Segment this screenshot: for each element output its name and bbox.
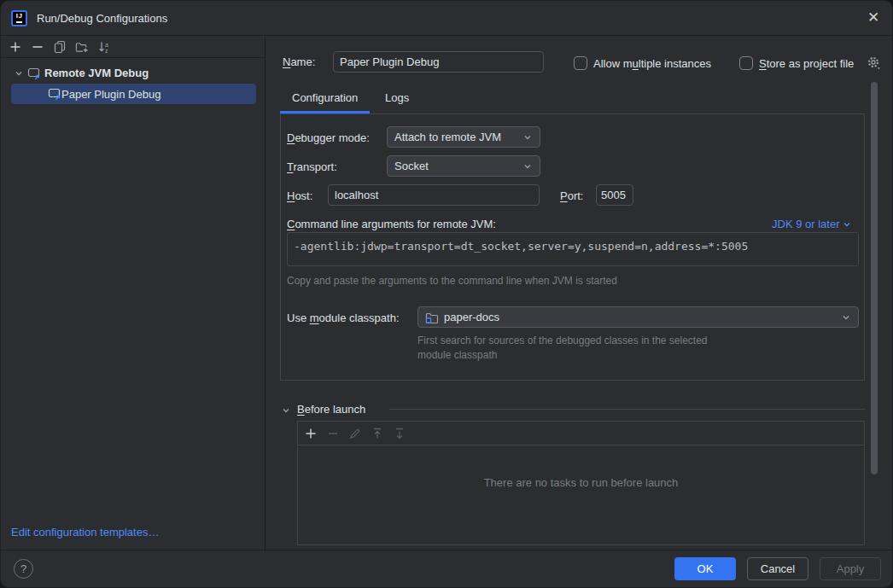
close-icon[interactable]: ✕ [863,8,884,28]
apply-button: Apply [820,557,881,580]
port-input[interactable] [596,184,633,206]
host-label: Host: [287,189,312,202]
store-as-project-file-label: Store as project file [759,57,854,70]
chevron-down-icon [841,312,851,323]
tree-item-paper-plugin-debug[interactable]: Paper Plugin Debug [11,84,256,104]
host-input[interactable] [328,184,540,206]
before-launch-label[interactable]: Before launch [297,403,365,416]
run-debug-configurations-dialog: IJ Run/Debug Configurations ✕ az [0,0,893,588]
store-options-gear-icon[interactable] [866,55,881,70]
debugger-mode-select[interactable]: Attach to remote JVM [387,126,540,148]
svg-text:z: z [105,48,108,54]
dialog-title: Run/Debug Configurations [37,12,167,25]
before-launch-empty-text: There are no tasks to run before launch [298,476,864,489]
before-launch-separator [389,409,865,410]
tab-configuration[interactable]: Configuration [280,84,370,114]
allow-multiple-instances-checkbox[interactable] [574,56,587,70]
store-as-project-file-checkbox[interactable] [739,56,753,70]
configurations-sidebar: az Remote JVM Debug Paper Plugin Debug E… [1,37,266,551]
command-line-hint: Copy and paste the arguments to the comm… [287,275,617,287]
module-icon [425,311,439,324]
allow-multiple-instances-row: Allow multiple instances [574,55,711,71]
module-classpath-hint-line1: First search for sources of the debugged… [417,335,708,346]
configurations-tree: Remote JVM Debug Paper Plugin Debug [1,58,265,104]
help-button[interactable]: ? [14,559,33,579]
chevron-down-icon [522,161,533,172]
sort-alphabetically-icon[interactable]: az [97,40,111,54]
move-up-icon[interactable] [371,427,384,440]
sidebar-toolbar: az [1,37,265,58]
transport-select[interactable]: Socket [387,155,540,177]
tab-logs[interactable]: Logs [373,84,421,114]
new-folder-icon[interactable] [75,40,89,54]
tree-group-label: Remote JVM Debug [44,67,149,79]
jdk-version-selector[interactable]: JDK 9 or later [772,218,852,230]
remote-debug-config-icon [27,67,41,80]
use-module-classpath-label: Use module classpath: [287,311,400,324]
title-bar: IJ Run/Debug Configurations ✕ [1,1,893,36]
tree-item-label: Paper Plugin Debug [61,88,161,101]
store-as-project-file-row: Store as project file [739,55,854,71]
tab-bar: Configuration Logs [280,84,421,114]
remove-icon[interactable] [31,40,44,54]
chevron-down-icon [522,132,533,143]
name-label: Name: [283,55,315,68]
tree-group-remote-jvm-debug[interactable]: Remote JVM Debug [1,63,265,83]
dialog-footer: ? OK Cancel Apply [1,550,893,587]
move-down-icon[interactable] [393,427,406,440]
copy-icon[interactable] [53,40,67,54]
svg-text:a: a [105,42,108,48]
module-classpath-select[interactable]: paper-docs [417,306,859,328]
ok-button[interactable]: OK [674,557,736,580]
name-input[interactable] [333,51,544,73]
cancel-button[interactable]: Cancel [747,557,808,580]
chevron-down-icon[interactable] [13,67,25,79]
command-line-arguments-value[interactable]: -agentlib:jdwp=transport=dt_socket,serve… [287,232,859,266]
intellij-logo-icon: IJ [11,10,27,26]
before-launch-panel: There are no tasks to run before launch [297,421,865,545]
port-label: Port: [560,189,583,202]
command-line-arguments-label: Command line arguments for remote JVM: [287,218,496,230]
allow-multiple-instances-label: Allow multiple instances [593,57,711,70]
remove-task-icon[interactable] [326,427,340,440]
edit-configuration-templates-link[interactable]: Edit configuration templates… [11,526,159,539]
module-classpath-hint-line2: module classpath [417,349,497,361]
before-launch-toolbar [298,422,864,445]
debugger-mode-label: Debugger mode: [287,131,370,144]
edit-task-pencil-icon[interactable] [348,427,362,440]
before-launch-collapse-icon[interactable] [280,405,292,416]
add-task-icon[interactable] [304,427,318,440]
remote-debug-config-icon [48,87,61,101]
add-icon[interactable] [9,40,22,54]
transport-label: Transport: [287,160,337,173]
vertical-scrollbar[interactable] [871,82,878,474]
